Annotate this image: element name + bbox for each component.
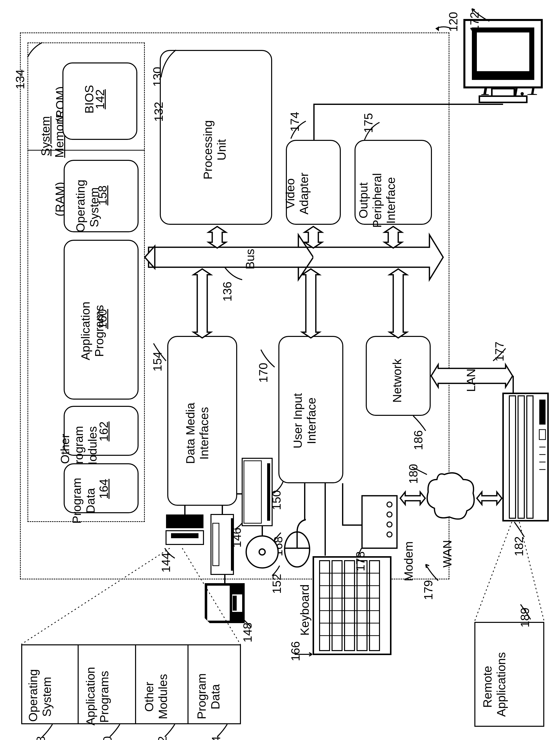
- dmi-bus-arrow: [192, 269, 212, 339]
- optical-disc-icon: [245, 535, 280, 569]
- disc-conn: [262, 526, 263, 536]
- mouse-icon: [281, 520, 313, 569]
- lan-label: LAN: [464, 369, 478, 392]
- label-142: 142: [93, 89, 107, 109]
- network-label: Network: [390, 360, 404, 403]
- leader-162b: [165, 724, 177, 739]
- app-bottom-label: Application Programs: [84, 668, 111, 726]
- svg-rect-4: [492, 89, 514, 96]
- modem-icon: [361, 494, 398, 549]
- hdd-dotted: [21, 548, 241, 646]
- floppy-conn: [222, 506, 223, 515]
- svg-rect-42: [539, 399, 546, 425]
- program-data-label: Program Data: [70, 469, 97, 532]
- keyboard-label: Keyboard: [298, 584, 311, 636]
- leader-154: [154, 343, 174, 363]
- hdd-icon: [165, 513, 205, 548]
- leader-178: [358, 548, 365, 558]
- label-134: 134: [13, 69, 27, 89]
- label-162: 162: [97, 421, 111, 441]
- svg-rect-8: [171, 533, 198, 538]
- modem-cloud-arrow: [399, 488, 427, 508]
- label-158: 158: [96, 185, 109, 205]
- lan-remote-conn: [512, 376, 514, 393]
- leader-164b: [217, 724, 230, 739]
- leader-177: [493, 348, 508, 363]
- leader-132: [161, 50, 181, 80]
- label-132: 132: [152, 102, 166, 122]
- va-monitor-line1: [313, 104, 314, 140]
- opi-bus-arrow: [383, 226, 403, 249]
- output-peripheral-label: Output Peripheral Interface: [357, 171, 398, 230]
- hdd-conn: [184, 506, 186, 515]
- leader-160b: [110, 724, 122, 739]
- remote-computer-icon: [502, 392, 549, 522]
- optical-conn: [237, 493, 242, 494]
- data-media-label: Data Media Interfaces: [184, 383, 211, 483]
- leader-158b: [42, 724, 55, 739]
- remote-applications-label: Remote Applications: [481, 657, 508, 717]
- svg-marker-0: [436, 26, 439, 31]
- modem-conn1: [342, 483, 343, 526]
- label-166: 166: [289, 641, 302, 661]
- leader-150: [273, 481, 286, 496]
- leader-170: [261, 350, 281, 370]
- other-bottom-label: Other Modules: [142, 674, 170, 719]
- leader-180: [412, 467, 430, 477]
- va-bus-arrow: [303, 226, 323, 249]
- leader-186: [413, 416, 428, 433]
- cloud-remote-arrow: [476, 488, 503, 508]
- mem-divider: [27, 150, 145, 151]
- modem-label: Modem: [402, 541, 415, 581]
- va-monitor-line2: [313, 104, 503, 105]
- label-160: 160: [96, 309, 109, 329]
- cpu-bus-arrow: [207, 226, 227, 249]
- remote-dotted: [474, 522, 549, 622]
- mouse-conn: [304, 483, 305, 521]
- processing-unit-label: Processing Unit: [201, 110, 228, 190]
- leader-148: [241, 617, 254, 629]
- svg-rect-5: [479, 96, 527, 102]
- leader-136: [225, 267, 245, 282]
- user-input-label: User Input Interface: [291, 371, 318, 471]
- net-bus-arrow: [388, 269, 408, 339]
- modem-conn2: [342, 525, 362, 526]
- leader-175: [365, 122, 384, 143]
- video-adapter-label: Video Adapter: [283, 171, 311, 216]
- mem-bus-arrow: [146, 250, 151, 265]
- os-bottom-label: Operating System: [26, 672, 54, 722]
- optical-drive-icon: [241, 457, 273, 527]
- svg-point-17: [259, 549, 265, 555]
- keyboard-icon: [312, 556, 392, 656]
- kbd-conn: [324, 483, 326, 556]
- bus-label: Bus: [243, 249, 257, 270]
- leader-120: [435, 24, 459, 34]
- wan-cloud-icon: [425, 469, 477, 525]
- ui-bus-arrow: [301, 269, 321, 339]
- svg-rect-6: [166, 515, 203, 528]
- leader-172: [472, 9, 494, 24]
- leader-152: [272, 566, 282, 578]
- svg-rect-3: [477, 32, 529, 71]
- data-bottom-label: Program Data: [195, 674, 222, 719]
- leader-166: [295, 652, 314, 657]
- leader-134: [27, 42, 48, 63]
- label-136: 136: [220, 281, 234, 301]
- leader-179: [426, 564, 443, 584]
- wan-label: WAN: [441, 540, 454, 567]
- leader-174: [291, 121, 311, 141]
- label-164: 164: [97, 479, 111, 499]
